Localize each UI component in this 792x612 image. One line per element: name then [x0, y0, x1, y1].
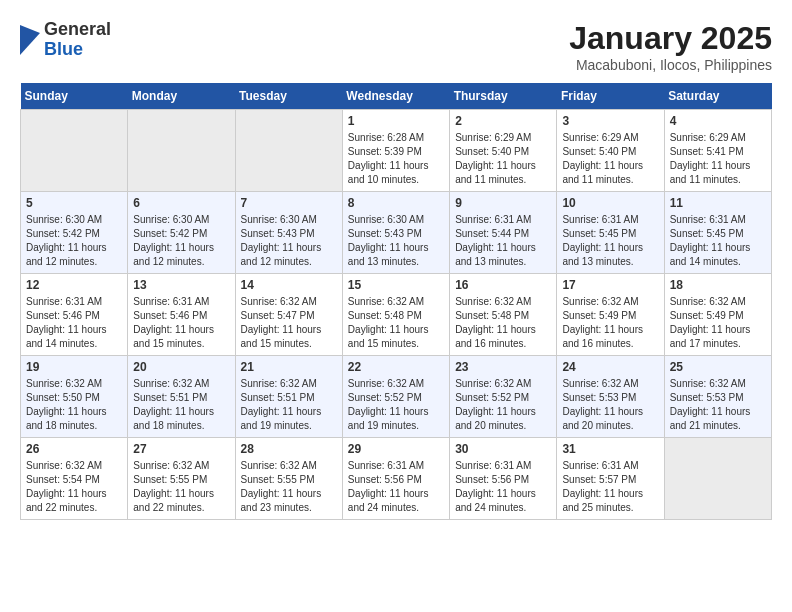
calendar-day-cell: 15Sunrise: 6:32 AMSunset: 5:48 PMDayligh…: [342, 274, 449, 356]
day-number: 7: [241, 196, 337, 210]
calendar-table: SundayMondayTuesdayWednesdayThursdayFrid…: [20, 83, 772, 520]
day-info: Sunrise: 6:32 AMSunset: 5:52 PMDaylight:…: [455, 377, 551, 433]
day-number: 25: [670, 360, 766, 374]
day-number: 16: [455, 278, 551, 292]
calendar-day-cell: 13Sunrise: 6:31 AMSunset: 5:46 PMDayligh…: [128, 274, 235, 356]
logo: General Blue: [20, 20, 111, 60]
weekday-header-cell: Wednesday: [342, 83, 449, 110]
calendar-week-row: 26Sunrise: 6:32 AMSunset: 5:54 PMDayligh…: [21, 438, 772, 520]
calendar-day-cell: 9Sunrise: 6:31 AMSunset: 5:44 PMDaylight…: [450, 192, 557, 274]
day-number: 6: [133, 196, 229, 210]
day-number: 31: [562, 442, 658, 456]
day-number: 27: [133, 442, 229, 456]
calendar-day-cell: 31Sunrise: 6:31 AMSunset: 5:57 PMDayligh…: [557, 438, 664, 520]
calendar-day-cell: 1Sunrise: 6:28 AMSunset: 5:39 PMDaylight…: [342, 110, 449, 192]
day-number: 3: [562, 114, 658, 128]
day-info: Sunrise: 6:31 AMSunset: 5:56 PMDaylight:…: [455, 459, 551, 515]
day-number: 23: [455, 360, 551, 374]
day-number: 19: [26, 360, 122, 374]
calendar-day-cell: 6Sunrise: 6:30 AMSunset: 5:42 PMDaylight…: [128, 192, 235, 274]
day-number: 20: [133, 360, 229, 374]
day-number: 24: [562, 360, 658, 374]
calendar-day-cell: 11Sunrise: 6:31 AMSunset: 5:45 PMDayligh…: [664, 192, 771, 274]
day-number: 1: [348, 114, 444, 128]
logo-icon: [20, 25, 40, 55]
calendar-day-cell: [664, 438, 771, 520]
calendar-day-cell: 27Sunrise: 6:32 AMSunset: 5:55 PMDayligh…: [128, 438, 235, 520]
calendar-day-cell: 16Sunrise: 6:32 AMSunset: 5:48 PMDayligh…: [450, 274, 557, 356]
day-number: 11: [670, 196, 766, 210]
day-number: 28: [241, 442, 337, 456]
day-info: Sunrise: 6:32 AMSunset: 5:51 PMDaylight:…: [241, 377, 337, 433]
day-info: Sunrise: 6:32 AMSunset: 5:54 PMDaylight:…: [26, 459, 122, 515]
calendar-day-cell: 25Sunrise: 6:32 AMSunset: 5:53 PMDayligh…: [664, 356, 771, 438]
calendar-day-cell: [235, 110, 342, 192]
calendar-day-cell: 19Sunrise: 6:32 AMSunset: 5:50 PMDayligh…: [21, 356, 128, 438]
day-number: 4: [670, 114, 766, 128]
calendar-day-cell: 30Sunrise: 6:31 AMSunset: 5:56 PMDayligh…: [450, 438, 557, 520]
weekday-header-cell: Friday: [557, 83, 664, 110]
weekday-header-cell: Sunday: [21, 83, 128, 110]
day-info: Sunrise: 6:32 AMSunset: 5:53 PMDaylight:…: [670, 377, 766, 433]
calendar-day-cell: 12Sunrise: 6:31 AMSunset: 5:46 PMDayligh…: [21, 274, 128, 356]
calendar-day-cell: 20Sunrise: 6:32 AMSunset: 5:51 PMDayligh…: [128, 356, 235, 438]
day-info: Sunrise: 6:32 AMSunset: 5:52 PMDaylight:…: [348, 377, 444, 433]
day-info: Sunrise: 6:32 AMSunset: 5:50 PMDaylight:…: [26, 377, 122, 433]
calendar-day-cell: 23Sunrise: 6:32 AMSunset: 5:52 PMDayligh…: [450, 356, 557, 438]
day-info: Sunrise: 6:30 AMSunset: 5:43 PMDaylight:…: [241, 213, 337, 269]
day-info: Sunrise: 6:29 AMSunset: 5:40 PMDaylight:…: [455, 131, 551, 187]
calendar-day-cell: 21Sunrise: 6:32 AMSunset: 5:51 PMDayligh…: [235, 356, 342, 438]
calendar-day-cell: 2Sunrise: 6:29 AMSunset: 5:40 PMDaylight…: [450, 110, 557, 192]
calendar-day-cell: 28Sunrise: 6:32 AMSunset: 5:55 PMDayligh…: [235, 438, 342, 520]
day-number: 2: [455, 114, 551, 128]
day-number: 10: [562, 196, 658, 210]
day-info: Sunrise: 6:32 AMSunset: 5:48 PMDaylight:…: [455, 295, 551, 351]
day-info: Sunrise: 6:32 AMSunset: 5:48 PMDaylight:…: [348, 295, 444, 351]
weekday-header-cell: Saturday: [664, 83, 771, 110]
day-number: 30: [455, 442, 551, 456]
day-number: 5: [26, 196, 122, 210]
day-info: Sunrise: 6:29 AMSunset: 5:41 PMDaylight:…: [670, 131, 766, 187]
day-number: 13: [133, 278, 229, 292]
calendar-day-cell: 24Sunrise: 6:32 AMSunset: 5:53 PMDayligh…: [557, 356, 664, 438]
day-info: Sunrise: 6:31 AMSunset: 5:46 PMDaylight:…: [26, 295, 122, 351]
calendar-day-cell: 8Sunrise: 6:30 AMSunset: 5:43 PMDaylight…: [342, 192, 449, 274]
day-number: 9: [455, 196, 551, 210]
weekday-header-cell: Tuesday: [235, 83, 342, 110]
day-number: 29: [348, 442, 444, 456]
calendar-week-row: 12Sunrise: 6:31 AMSunset: 5:46 PMDayligh…: [21, 274, 772, 356]
logo-blue: Blue: [44, 40, 111, 60]
day-number: 12: [26, 278, 122, 292]
page-header: General Blue January 2025 Macabuboni, Il…: [20, 20, 772, 73]
calendar-day-cell: 22Sunrise: 6:32 AMSunset: 5:52 PMDayligh…: [342, 356, 449, 438]
day-number: 17: [562, 278, 658, 292]
day-info: Sunrise: 6:30 AMSunset: 5:43 PMDaylight:…: [348, 213, 444, 269]
calendar-week-row: 5Sunrise: 6:30 AMSunset: 5:42 PMDaylight…: [21, 192, 772, 274]
title-block: January 2025 Macabuboni, Ilocos, Philipp…: [569, 20, 772, 73]
day-info: Sunrise: 6:32 AMSunset: 5:53 PMDaylight:…: [562, 377, 658, 433]
logo-text: General Blue: [44, 20, 111, 60]
day-number: 21: [241, 360, 337, 374]
calendar-day-cell: 18Sunrise: 6:32 AMSunset: 5:49 PMDayligh…: [664, 274, 771, 356]
day-info: Sunrise: 6:28 AMSunset: 5:39 PMDaylight:…: [348, 131, 444, 187]
calendar-day-cell: 14Sunrise: 6:32 AMSunset: 5:47 PMDayligh…: [235, 274, 342, 356]
calendar-day-cell: 3Sunrise: 6:29 AMSunset: 5:40 PMDaylight…: [557, 110, 664, 192]
weekday-header-cell: Monday: [128, 83, 235, 110]
day-info: Sunrise: 6:32 AMSunset: 5:49 PMDaylight:…: [562, 295, 658, 351]
day-number: 15: [348, 278, 444, 292]
month-title: January 2025: [569, 20, 772, 57]
day-info: Sunrise: 6:32 AMSunset: 5:55 PMDaylight:…: [133, 459, 229, 515]
day-info: Sunrise: 6:32 AMSunset: 5:49 PMDaylight:…: [670, 295, 766, 351]
day-number: 18: [670, 278, 766, 292]
day-info: Sunrise: 6:31 AMSunset: 5:45 PMDaylight:…: [670, 213, 766, 269]
calendar-week-row: 19Sunrise: 6:32 AMSunset: 5:50 PMDayligh…: [21, 356, 772, 438]
calendar-day-cell: 4Sunrise: 6:29 AMSunset: 5:41 PMDaylight…: [664, 110, 771, 192]
logo-general: General: [44, 20, 111, 40]
calendar-day-cell: [128, 110, 235, 192]
weekday-header-cell: Thursday: [450, 83, 557, 110]
day-info: Sunrise: 6:32 AMSunset: 5:51 PMDaylight:…: [133, 377, 229, 433]
day-info: Sunrise: 6:31 AMSunset: 5:56 PMDaylight:…: [348, 459, 444, 515]
day-info: Sunrise: 6:31 AMSunset: 5:46 PMDaylight:…: [133, 295, 229, 351]
location: Macabuboni, Ilocos, Philippines: [569, 57, 772, 73]
calendar-day-cell: 29Sunrise: 6:31 AMSunset: 5:56 PMDayligh…: [342, 438, 449, 520]
